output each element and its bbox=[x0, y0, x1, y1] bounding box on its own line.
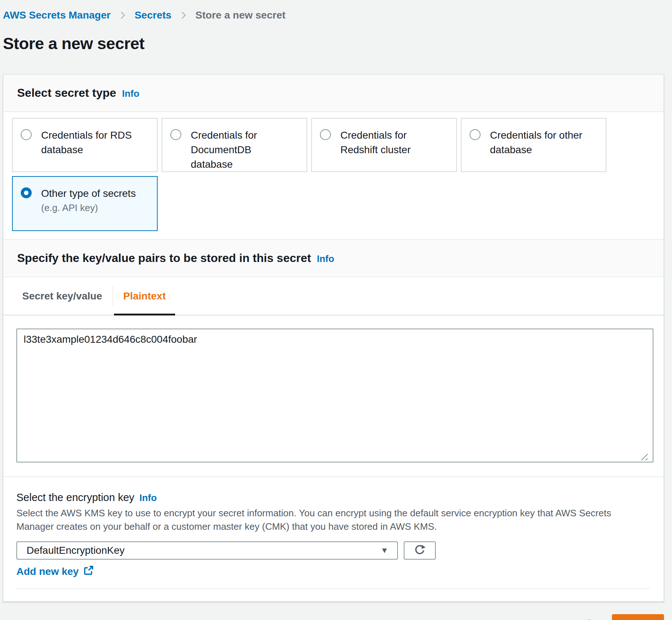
encryption-key-description: Select the AWS KMS key to use to encrypt… bbox=[16, 506, 650, 533]
next-button[interactable]: Next bbox=[612, 614, 664, 620]
select-secret-type-title: Select secret type bbox=[17, 86, 116, 100]
wizard-card: Select secret type Info Credentials for … bbox=[3, 74, 664, 602]
refresh-icon bbox=[413, 544, 426, 558]
refresh-keys-button[interactable] bbox=[404, 541, 436, 560]
breadcrumb-link-secrets[interactable]: Secrets bbox=[135, 9, 171, 21]
key-value-info-link[interactable]: Info bbox=[317, 253, 334, 265]
radio-unselected-icon[interactable] bbox=[320, 129, 331, 140]
page-title: Store a new secret bbox=[3, 34, 664, 53]
encryption-key-select-value: DefaultEncryptionKey bbox=[27, 545, 124, 556]
breadcrumb-current: Store a new secret bbox=[195, 9, 285, 21]
secret-type-option-sublabel: (e.g. API key) bbox=[41, 202, 98, 213]
chevron-down-icon: ▼ bbox=[380, 546, 388, 555]
breadcrumb-link-secrets-manager[interactable]: AWS Secrets Manager bbox=[3, 9, 111, 21]
key-value-header: Specify the key/value pairs to be stored… bbox=[3, 239, 664, 277]
card-bottom-padding bbox=[3, 589, 664, 601]
cancel-button[interactable]: Cancel bbox=[553, 618, 594, 620]
radio-unselected-icon[interactable] bbox=[170, 129, 181, 140]
add-new-key-link[interactable]: Add new key bbox=[16, 565, 94, 578]
secret-type-option-label: Credentials for Redshift cluster bbox=[340, 128, 424, 157]
tab-secret-key-value[interactable]: Secret key/value bbox=[12, 277, 112, 315]
radio-unselected-icon[interactable] bbox=[21, 129, 32, 140]
encryption-key-select[interactable]: DefaultEncryptionKey ▼ bbox=[16, 541, 398, 560]
key-value-tabbar: Secret key/value Plaintext bbox=[3, 277, 664, 315]
encryption-key-info-link[interactable]: Info bbox=[139, 492, 157, 504]
secret-type-options: Credentials for RDS database Credentials… bbox=[3, 112, 664, 239]
secret-type-option-label: Credentials for other database bbox=[490, 128, 596, 157]
chevron-right-icon bbox=[118, 11, 127, 20]
secret-type-option-redshift[interactable]: Credentials for Redshift cluster bbox=[311, 118, 457, 172]
secret-type-option-rds[interactable]: Credentials for RDS database bbox=[12, 118, 158, 172]
secret-type-option-label: Credentials for RDS database bbox=[41, 128, 136, 157]
key-value-title: Specify the key/value pairs to be stored… bbox=[17, 251, 311, 265]
secret-type-option-documentdb[interactable]: Credentials for DocumentDB database bbox=[162, 118, 307, 172]
plaintext-editor-wrap: l33te3xample01234d646c8c004foobar bbox=[3, 315, 664, 476]
secret-type-row-1: Credentials for RDS database Credentials… bbox=[12, 118, 655, 172]
breadcrumb: AWS Secrets Manager Secrets Store a new … bbox=[3, 9, 664, 21]
add-new-key-label: Add new key bbox=[16, 566, 79, 577]
radio-unselected-icon[interactable] bbox=[470, 129, 481, 140]
wizard-footer: Cancel Next bbox=[3, 614, 664, 620]
select-secret-type-info-link[interactable]: Info bbox=[122, 88, 139, 99]
tab-plaintext[interactable]: Plaintext bbox=[113, 277, 176, 315]
page: AWS Secrets Manager Secrets Store a new … bbox=[0, 0, 672, 620]
encryption-key-title: Select the encryption key bbox=[16, 492, 134, 504]
encryption-key-section: Select the encryption key Info Select th… bbox=[3, 477, 664, 589]
plaintext-secret-textarea[interactable]: l33te3xample01234d646c8c004foobar bbox=[16, 329, 653, 462]
secret-type-option-label: Other type of secrets bbox=[41, 188, 136, 199]
radio-selected-icon[interactable] bbox=[21, 187, 32, 198]
secret-type-row-2: Other type of secrets (e.g. API key) bbox=[12, 176, 655, 231]
secret-type-option-other-database[interactable]: Credentials for other database bbox=[461, 118, 606, 172]
secret-type-option-other-secrets[interactable]: Other type of secrets (e.g. API key) bbox=[12, 176, 158, 231]
select-secret-type-header: Select secret type Info bbox=[3, 75, 664, 112]
chevron-right-icon bbox=[179, 11, 188, 20]
secret-type-option-label: Credentials for DocumentDB database bbox=[191, 128, 267, 172]
external-link-icon bbox=[83, 565, 94, 578]
